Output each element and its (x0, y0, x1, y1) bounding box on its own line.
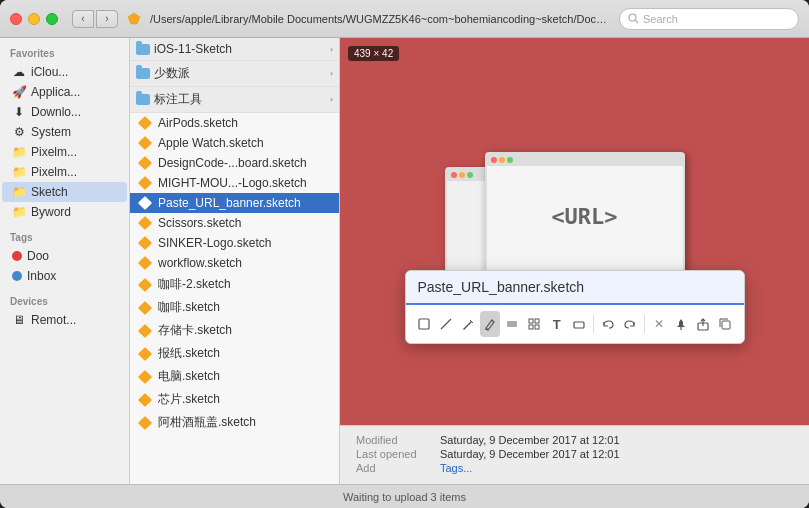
dimension-badge: 439 × 42 (348, 46, 399, 61)
sketch-file-icon (138, 278, 152, 292)
folder-icon-bianzhu (136, 94, 150, 105)
file-group-header[interactable]: iOS-11-Sketch › (130, 38, 339, 60)
sidebar-label: Doo (27, 249, 49, 263)
list-item[interactable]: 咖啡-2.sketch (130, 273, 339, 296)
list-item[interactable]: 电脑.sketch (130, 365, 339, 388)
status-text: Waiting to upload 3 items (343, 491, 466, 503)
crop-icon (417, 317, 431, 331)
sidebar-label: System (31, 125, 71, 139)
svg-line-2 (636, 21, 639, 24)
add-label: Add (356, 462, 436, 474)
rename-input[interactable] (406, 271, 744, 305)
list-item[interactable]: MIGHT-MOU...-Logo.sketch (130, 173, 339, 193)
sidebar-item-downloads[interactable]: ⬇ Downlo... (2, 102, 127, 122)
sidebar-label: Sketch (31, 185, 68, 199)
tag-dot-doo (12, 251, 22, 261)
sketch-file-icon (138, 136, 152, 150)
tags-row: Add Tags... (356, 462, 793, 474)
gear-icon: ⚙ (12, 125, 26, 139)
download-icon: ⬇ (12, 105, 26, 119)
line-tool-button[interactable] (436, 311, 456, 337)
sidebar-item-pixelm1[interactable]: 📁 Pixelm... (2, 142, 127, 162)
copy-button[interactable] (715, 311, 735, 337)
tags-label: Tags (0, 222, 129, 246)
list-item[interactable]: DesignCode-...board.sketch (130, 153, 339, 173)
list-item[interactable]: 咖啡.sketch (130, 296, 339, 319)
toolbar-divider (593, 315, 594, 333)
tags-link[interactable]: Tags... (440, 462, 472, 474)
redo-button[interactable] (620, 311, 640, 337)
file-label: 阿柑酒瓶盖.sketch (158, 414, 256, 431)
sidebar-item-applica[interactable]: 🚀 Applica... (2, 82, 127, 102)
maximize-button[interactable] (46, 13, 58, 25)
sketch-file-icon (138, 196, 152, 210)
list-item[interactable]: AirPods.sketch (130, 113, 339, 133)
sidebar-item-byword[interactable]: 📁 Byword (2, 202, 127, 222)
folder-icon-ios11 (136, 44, 150, 55)
text-tool-button[interactable]: T (547, 311, 567, 337)
sidebar-item-icloud[interactable]: ☁ iClou... (2, 62, 127, 82)
toolbar-divider (644, 315, 645, 333)
last-opened-label: Last opened (356, 448, 436, 460)
list-item[interactable]: 存储卡.sketch (130, 319, 339, 342)
grid-tool-button[interactable] (524, 311, 544, 337)
browser-front: <URL> (485, 152, 685, 282)
list-item[interactable]: 报纸.sketch (130, 342, 339, 365)
close-button[interactable]: ✕ (649, 311, 669, 337)
svg-rect-7 (507, 321, 517, 327)
forward-button[interactable]: › (96, 10, 118, 28)
grid-icon (527, 317, 541, 331)
sidebar-item-tag-inbox[interactable]: Inbox (2, 266, 127, 286)
sidebar-item-pixelm2[interactable]: 📁 Pixelm... (2, 162, 127, 182)
svg-point-1 (629, 14, 636, 21)
monitor-icon: 🖥 (12, 313, 26, 327)
list-item[interactable]: 芯片.sketch (130, 388, 339, 411)
sketch-file-icon (138, 324, 152, 338)
url-text: <URL> (551, 204, 617, 229)
minimize-button[interactable] (28, 13, 40, 25)
list-item[interactable]: SINKER-Logo.sketch (130, 233, 339, 253)
rename-toolbar: T (406, 305, 744, 343)
sidebar-item-tag-doo[interactable]: Doo (2, 246, 127, 266)
main-area: Favorites ☁ iClou... 🚀 Applica... ⬇ Down… (0, 38, 809, 484)
highlight-icon (505, 317, 519, 331)
eraser-tool-button[interactable] (569, 311, 589, 337)
svg-rect-11 (535, 325, 539, 329)
undo-button[interactable] (598, 311, 618, 337)
sidebar-item-remote[interactable]: 🖥 Remot... (2, 310, 127, 330)
list-item-selected[interactable]: Paste_URL_banner.sketch (130, 193, 339, 213)
close-button[interactable] (10, 13, 22, 25)
share-button[interactable] (693, 311, 713, 337)
svg-rect-15 (722, 321, 730, 329)
crop-tool-button[interactable] (414, 311, 434, 337)
group-label: 少数派 (154, 65, 190, 82)
pencil-tool-button[interactable] (480, 311, 500, 337)
file-label: 芯片.sketch (158, 391, 220, 408)
tag-dot-inbox (12, 271, 22, 281)
sidebar-item-sketch[interactable]: 📁 Sketch (2, 182, 127, 202)
list-item[interactable]: Scissors.sketch (130, 213, 339, 233)
svg-line-4 (441, 319, 451, 329)
svg-marker-0 (128, 13, 140, 24)
finder-window: ‹ › /Users/apple/Library/Mobile Document… (0, 0, 809, 508)
list-item-apple-watch[interactable]: Apple Watch.sketch (130, 133, 339, 153)
modified-value: Saturday, 9 December 2017 at 12:01 (440, 434, 620, 446)
sidebar: Favorites ☁ iClou... 🚀 Applica... ⬇ Down… (0, 38, 130, 484)
list-item[interactable]: workflow.sketch (130, 253, 339, 273)
pin-button[interactable] (671, 311, 691, 337)
sketch-file-icon (138, 393, 152, 407)
chevron-right-icon: › (330, 95, 333, 104)
search-bar[interactable]: Search (619, 8, 799, 30)
list-item[interactable]: 阿柑酒瓶盖.sketch (130, 411, 339, 434)
file-group-header-shaoshu[interactable]: 少数派 › (130, 61, 339, 86)
pen-tool-button[interactable] (458, 311, 478, 337)
sketch-file-icon (138, 256, 152, 270)
sketch-logo-icon (126, 11, 142, 27)
folder-icon: 📁 (12, 185, 26, 199)
sidebar-item-system[interactable]: ⚙ System (2, 122, 127, 142)
file-group-header-bianzhu[interactable]: 标注工具 › (130, 87, 339, 112)
highlight-tool-button[interactable] (502, 311, 522, 337)
group-label: iOS-11-Sketch (154, 42, 232, 56)
file-group-bianzhu: 标注工具 › (130, 87, 339, 113)
back-button[interactable]: ‹ (72, 10, 94, 28)
